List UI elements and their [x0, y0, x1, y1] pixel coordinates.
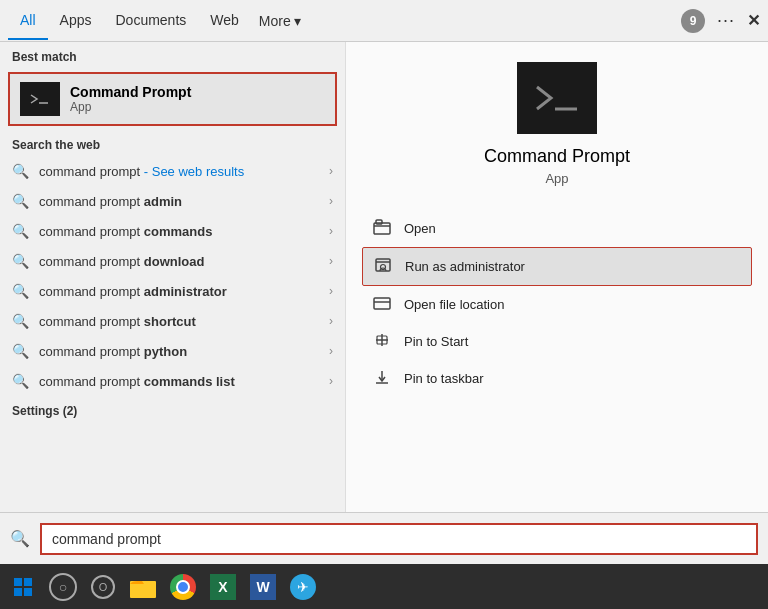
nav-more-dots[interactable]: ··· [717, 10, 735, 31]
taskbar-excel-button[interactable]: X [204, 568, 242, 606]
search-icon-3: 🔍 [12, 253, 29, 269]
search-panel: All Apps Documents Web More ▾ 9 ··· ✕ Be… [0, 0, 768, 609]
action-pinstart-label: Pin to Start [404, 334, 468, 349]
action-open-label: Open [404, 221, 436, 236]
search-icon-2: 🔍 [12, 223, 29, 239]
taskbar: ○ O X W ✈ [0, 564, 768, 609]
svg-rect-2 [527, 71, 587, 125]
tab-all[interactable]: All [8, 2, 48, 40]
taskbar-search-icon: ○ [49, 573, 77, 601]
app-preview-svg [527, 71, 587, 125]
web-search-text-7: command prompt commands list [39, 374, 319, 389]
action-pin-start[interactable]: Pin to Start [362, 323, 752, 360]
web-search-item-5[interactable]: 🔍 command prompt shortcut › [0, 306, 345, 336]
web-search-label: Search the web [0, 130, 345, 156]
web-search-text-5: command prompt shortcut [39, 314, 319, 329]
action-pin-taskbar[interactable]: Pin to taskbar [362, 360, 752, 397]
search-icon-6: 🔍 [12, 343, 29, 359]
nav-right: 9 ··· ✕ [681, 9, 760, 33]
web-search-text-4: command prompt administrator [39, 284, 319, 299]
chrome-icon [170, 574, 196, 600]
web-search-text-6: command prompt python [39, 344, 319, 359]
settings-label: Settings (2) [0, 396, 345, 422]
more-chevron-icon: ▾ [294, 13, 301, 29]
chevron-icon-0: › [329, 164, 333, 178]
chevron-icon-5: › [329, 314, 333, 328]
right-panel: Command Prompt App Open Run as administr… [345, 42, 768, 512]
app-type: App [545, 171, 568, 186]
tab-documents[interactable]: Documents [103, 2, 198, 40]
taskbar-telegram-button[interactable]: ✈ [284, 568, 322, 606]
windows-icon [13, 577, 33, 597]
taskbar-file-explorer-button[interactable] [124, 568, 162, 606]
pintaskbar-icon [372, 369, 392, 388]
web-search-item-6[interactable]: 🔍 command prompt python › [0, 336, 345, 366]
app-title: Command Prompt [484, 146, 630, 167]
best-match-title: Command Prompt [70, 84, 191, 100]
web-search-text-2: command prompt commands [39, 224, 319, 239]
best-match-subtitle: App [70, 100, 191, 114]
main-content: Best match Command Prompt App Search the… [0, 42, 768, 512]
close-button[interactable]: ✕ [747, 11, 760, 30]
svg-rect-15 [24, 578, 32, 586]
app-icon-preview [517, 62, 597, 134]
bottom-search-icon: 🔍 [10, 529, 30, 548]
file-explorer-icon [130, 576, 156, 598]
search-icon-1: 🔍 [12, 193, 29, 209]
search-input[interactable] [40, 523, 758, 555]
svg-rect-14 [14, 578, 22, 586]
runas-icon [373, 257, 393, 276]
web-search-item-1[interactable]: 🔍 command prompt admin › [0, 186, 345, 216]
web-search-text-3: command prompt download [39, 254, 319, 269]
svg-rect-8 [374, 298, 390, 309]
best-match-label: Best match [0, 42, 345, 68]
more-label: More [259, 13, 291, 29]
action-open-file-location[interactable]: Open file location [362, 286, 752, 323]
bottom-search-bar: 🔍 [0, 512, 768, 564]
windows-key-button[interactable] [4, 568, 42, 606]
chevron-icon-7: › [329, 374, 333, 388]
nav-tabs: All Apps Documents Web More ▾ 9 ··· ✕ [0, 0, 768, 42]
tab-web[interactable]: Web [198, 2, 251, 40]
taskbar-search-button[interactable]: ○ [44, 568, 82, 606]
svg-rect-17 [24, 588, 32, 596]
chevron-icon-1: › [329, 194, 333, 208]
best-match-text: Command Prompt App [70, 84, 191, 114]
taskbar-cortana-button[interactable]: O [84, 568, 122, 606]
chevron-icon-2: › [329, 224, 333, 238]
search-icon-0: 🔍 [12, 163, 29, 179]
tab-apps[interactable]: Apps [48, 2, 104, 40]
web-search-text-1: command prompt admin [39, 194, 319, 209]
left-panel: Best match Command Prompt App Search the… [0, 42, 345, 512]
excel-icon: X [210, 574, 236, 600]
web-search-text-0: command prompt - See web results [39, 164, 319, 179]
cmd-svg-icon [26, 88, 54, 110]
see-web-link[interactable]: - See web results [144, 164, 244, 179]
web-search-item-7[interactable]: 🔍 command prompt commands list › [0, 366, 345, 396]
web-search-item-0[interactable]: 🔍 command prompt - See web results › [0, 156, 345, 186]
web-search-item-3[interactable]: 🔍 command prompt download › [0, 246, 345, 276]
action-open[interactable]: Open [362, 210, 752, 247]
best-match-item[interactable]: Command Prompt App [8, 72, 337, 126]
taskbar-word-button[interactable]: W [244, 568, 282, 606]
cmd-icon-large [20, 82, 60, 116]
word-icon: W [250, 574, 276, 600]
taskbar-chrome-button[interactable] [164, 568, 202, 606]
telegram-icon: ✈ [290, 574, 316, 600]
search-icon-7: 🔍 [12, 373, 29, 389]
action-list: Open Run as administrator Open file loca… [362, 210, 752, 397]
action-runas-label: Run as administrator [405, 259, 525, 274]
tab-more[interactable]: More ▾ [251, 3, 309, 39]
open-icon [372, 219, 392, 238]
web-search-item-4[interactable]: 🔍 command prompt administrator › [0, 276, 345, 306]
web-search-item-2[interactable]: 🔍 command prompt commands › [0, 216, 345, 246]
chevron-icon-3: › [329, 254, 333, 268]
search-icon-4: 🔍 [12, 283, 29, 299]
action-run-as-admin[interactable]: Run as administrator [362, 247, 752, 286]
action-pintaskbar-label: Pin to taskbar [404, 371, 484, 386]
nav-badge[interactable]: 9 [681, 9, 705, 33]
chevron-icon-6: › [329, 344, 333, 358]
cortana-icon: O [91, 575, 115, 599]
action-fileloc-label: Open file location [404, 297, 504, 312]
fileloc-icon [372, 295, 392, 314]
